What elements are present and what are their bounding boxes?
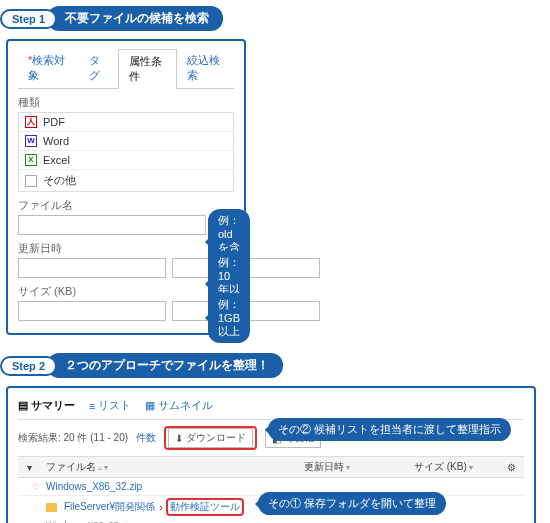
download-icon: ⬇: [175, 433, 183, 444]
callout-size: 例：1GB以上: [208, 293, 250, 343]
folder-highlight: 動作検証ツール: [166, 498, 244, 516]
col-size[interactable]: サイズ (KB)▾: [408, 457, 498, 477]
summary-icon: ▤: [18, 399, 28, 412]
filename-label: ファイル名: [18, 198, 234, 213]
col-gear[interactable]: ⚙: [498, 457, 524, 477]
star-icon[interactable]: ☆: [31, 481, 40, 492]
result-count: 検索結果: 20 件 (11 - 20): [18, 431, 128, 445]
type-label: 種類: [18, 95, 234, 110]
sort-icon: ▵: [98, 463, 102, 472]
view-summary[interactable]: ▤サマリー: [18, 398, 75, 413]
tab-tag[interactable]: タグ: [79, 49, 118, 88]
callout-c2: その② 候補リストを担当者に渡して整理指示: [268, 418, 511, 441]
word-icon: W: [25, 135, 37, 147]
type-list: 人PDF WWord XExcel その他: [18, 112, 234, 192]
breadcrumb: FileServer¥開発関係 › 動作検証ツール その① 保存フォルダを開いて…: [18, 496, 524, 518]
view-list[interactable]: ≡リスト: [89, 398, 131, 413]
callout-c1: その① 保存フォルダを開いて整理: [258, 492, 446, 515]
step2-badge: Step 2: [0, 356, 57, 376]
view-thumb[interactable]: ▦サムネイル: [145, 398, 213, 413]
thumb-icon: ▦: [145, 399, 155, 412]
file-icon: [25, 175, 37, 187]
step1-title: 不要ファイルの候補を検索: [47, 6, 223, 31]
pdf-icon: 人: [25, 116, 37, 128]
result-panel: ▤サマリー ≡リスト ▦サムネイル 検索結果: 20 件 (11 - 20) 件…: [6, 386, 536, 523]
type-other[interactable]: その他: [19, 170, 233, 191]
toolbar: 検索結果: 20 件 (11 - 20) 件数 ⬇ダウンロード ◧可視化 その②…: [18, 420, 524, 456]
step1-badge: Step 1: [0, 9, 57, 29]
bc-root[interactable]: FileServer¥開発関係: [64, 500, 155, 514]
download-highlight: ⬇ダウンロード: [164, 426, 257, 450]
table-header: ▾ ファイル名▵▾ 更新日時▾ サイズ (KB)▾ ⚙: [18, 456, 524, 478]
search-panel: 検索対象 タグ 属性条件 絞込検索 種類 人PDF WWord XExcel そ…: [6, 39, 246, 335]
gear-icon: ⚙: [507, 462, 516, 473]
type-word[interactable]: WWord: [19, 132, 233, 151]
size-from-input[interactable]: [18, 301, 166, 321]
col-date[interactable]: 更新日時▾: [298, 457, 408, 477]
view-tabs: ▤サマリー ≡リスト ▦サムネイル: [18, 396, 524, 420]
tab-refine[interactable]: 絞込検索: [177, 49, 234, 88]
tab-target[interactable]: 検索対象: [18, 49, 79, 88]
type-excel[interactable]: XExcel: [19, 151, 233, 170]
search-tabs: 検索対象 タグ 属性条件 絞込検索: [18, 49, 234, 89]
col-star[interactable]: ▾: [18, 457, 40, 477]
count-link[interactable]: 件数: [136, 431, 156, 445]
col-name[interactable]: ファイル名▵▾: [40, 457, 298, 477]
list-icon: ≡: [89, 400, 95, 412]
file-link[interactable]: Windows_X86_32.zip: [46, 481, 518, 492]
bc-leaf[interactable]: 動作検証ツール: [170, 501, 240, 512]
folder-icon: [46, 503, 57, 512]
date-from-input[interactable]: [18, 258, 166, 278]
meta-filename: Windows_X86_32.zip: [18, 518, 524, 523]
step2-title: ２つのアプローチでファイルを整理！: [47, 353, 283, 378]
filename-input[interactable]: [18, 215, 206, 235]
type-pdf[interactable]: 人PDF: [19, 113, 233, 132]
excel-icon: X: [25, 154, 37, 166]
download-button[interactable]: ⬇ダウンロード: [168, 428, 253, 448]
tab-attr[interactable]: 属性条件: [118, 49, 177, 89]
